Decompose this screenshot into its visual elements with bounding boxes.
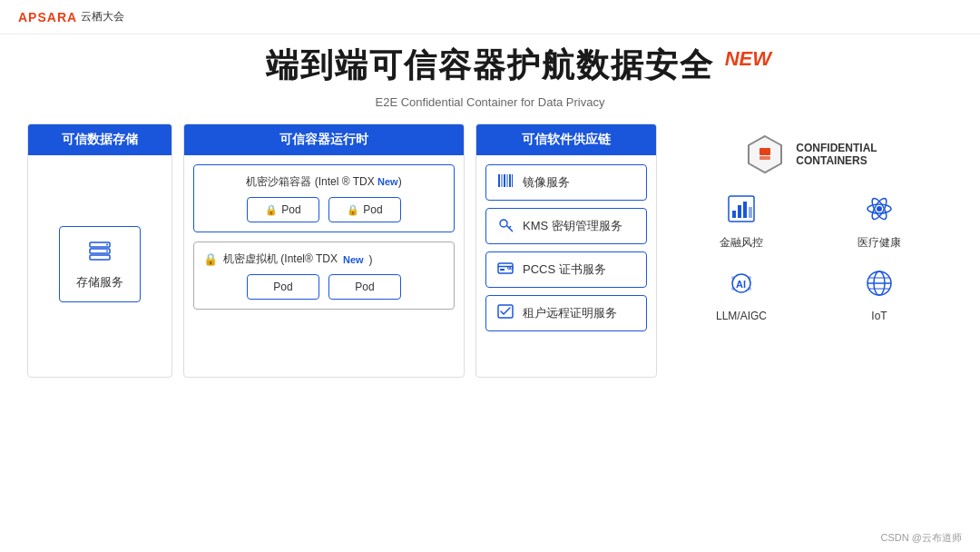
sandbox-title: 机密沙箱容器 (Intel ® TDX New) [203,174,445,190]
svg-point-34 [731,276,735,280]
vm-pod2-label: Pod [355,281,374,293]
vm-pod-row: Pod Pod [203,274,445,300]
check-icon [497,303,515,323]
cc-title-line1: CONFIDENTIAL [796,142,877,154]
vm-title-end: ) [369,253,373,266]
atom-icon [865,194,894,230]
runtime-panel: 可信容器运行时 机密沙箱容器 (Intel ® TDX New) 🔒 Pod 🔒 [183,123,465,378]
supply-service-remote: 租户远程证明服务 [485,295,647,331]
svg-point-36 [731,287,735,291]
svg-point-11 [500,220,507,227]
logo-apsara: APSARA [18,10,77,25]
footer-text: CSDN @云布道师 [881,532,962,543]
sandbox-section: 机密沙箱容器 (Intel ® TDX New) 🔒 Pod 🔒 Pod [193,164,455,232]
supply-service-kms-label: KMS 密钥管理服务 [523,218,622,234]
svg-rect-16 [500,269,505,271]
cc-item-finance: 金融风控 [720,194,763,251]
lock-icon-2: 🔒 [347,204,359,216]
cc-item-iot: IoT [865,269,894,322]
footer: CSDN @云布道师 [881,531,962,545]
new-badge: NEW [725,47,771,71]
subtitle: E2E Confidential Container for Data Priv… [27,95,953,109]
svg-rect-21 [760,148,770,155]
cc-title-line2: CONTAINERS [796,154,877,167]
svg-rect-8 [507,174,508,187]
sandbox-title-end: ) [398,175,402,188]
cc-hex-icon [743,133,787,176]
sandbox-pod-row: 🔒 Pod 🔒 Pod [203,197,445,222]
svg-rect-5 [498,174,500,187]
cc-item-finance-label: 金融风控 [720,235,763,251]
vm-lock-icon: 🔒 [203,252,218,266]
storage-service-label: 存储服务 [76,274,123,291]
supply-panel-header: 可信软件供应链 [476,124,656,155]
supply-panel: 可信软件供应链 镜像服务 [475,123,657,378]
cc-title: CONFIDENTIAL CONTAINERS [796,142,877,167]
header: APSARA 云栖大会 [0,0,980,34]
main-content: 端到端可信容器护航数据安全 NEW E2E Confidential Conta… [0,34,980,387]
cc-item-ai-label: LLM/AIGC [716,310,767,322]
svg-point-4 [106,251,108,252]
svg-point-37 [748,287,751,291]
chart-icon [727,194,756,230]
svg-point-18 [510,267,513,270]
svg-rect-22 [760,156,770,160]
supply-service-image-label: 镜像服务 [523,174,570,191]
vm-section: 🔒 机密虚拟机 (Intel® TDX New) Pod Pod [193,242,455,310]
vm-title-pre: 机密虚拟机 (Intel® TDX [223,251,338,267]
svg-rect-9 [509,174,511,187]
svg-rect-10 [512,174,513,187]
cc-icons-grid: 金融风控 医疗健康 [686,194,935,322]
svg-rect-6 [502,174,503,187]
supply-panel-body: 镜像服务 KMS 密钥管理服务 [476,155,656,373]
svg-rect-24 [732,211,736,218]
storage-service-box: 存储服务 [59,226,141,302]
svg-rect-7 [504,174,505,187]
storage-panel-body: 存储服务 [28,155,172,373]
supply-service-image: 镜像服务 [485,164,647,201]
cc-item-ai: AI LLM/AIGC [716,269,767,322]
sandbox-pod1-label: Pod [281,203,300,216]
svg-line-13 [509,226,511,228]
storage-icon [87,238,113,269]
supply-service-kms: KMS 密钥管理服务 [485,208,647,244]
runtime-panel-header: 可信容器运行时 [184,124,464,155]
svg-rect-27 [749,207,752,218]
logo: APSARA 云栖大会 [18,9,124,25]
sandbox-pod2-label: Pod [363,203,382,216]
supply-service-pccs: PCCS 证书服务 [485,251,647,288]
vm-title: 🔒 机密虚拟机 (Intel® TDX New) [203,251,445,267]
vm-pod1-label: Pod [273,281,292,293]
svg-rect-26 [743,202,747,218]
key-icon [497,216,515,236]
cc-panel: CONFIDENTIAL CONTAINERS [668,123,953,331]
sandbox-title-pre: 机密沙箱容器 (Intel ® TDX [246,175,377,188]
cc-logo: CONFIDENTIAL CONTAINERS [743,133,877,176]
supply-service-pccs-label: PCCS 证书服务 [523,261,606,278]
logo-cn: 云栖大会 [81,9,124,25]
diagram: 可信数据存储 存储服务 可 [27,123,953,378]
sandbox-pod-1: 🔒 Pod [247,197,319,222]
title-section: 端到端可信容器护航数据安全 NEW [27,44,953,88]
main-title: 端到端可信容器护航数据安全 [266,44,714,88]
svg-point-35 [748,276,751,280]
sandbox-new-tag: New [377,176,398,187]
sandbox-pod-2: 🔒 Pod [328,197,401,222]
svg-point-28 [877,206,882,212]
svg-point-3 [106,244,108,246]
cc-item-medical: 医疗健康 [858,194,901,251]
globe-icon [865,269,894,304]
ai-icon: AI [727,269,756,304]
lock-icon-1: 🔒 [265,204,278,216]
vm-pod-2: Pod [328,274,401,300]
svg-rect-2 [90,255,110,260]
storage-panel-header: 可信数据存储 [28,124,172,155]
vm-new-tag: New [343,254,364,265]
barcode-icon [497,172,515,192]
runtime-panel-body: 机密沙箱容器 (Intel ® TDX New) 🔒 Pod 🔒 Pod [184,155,464,373]
svg-rect-25 [738,205,741,218]
svg-text:AI: AI [736,279,746,290]
vm-pod-1: Pod [247,274,319,300]
cc-item-medical-label: 医疗健康 [858,235,901,251]
card-icon [497,260,515,280]
